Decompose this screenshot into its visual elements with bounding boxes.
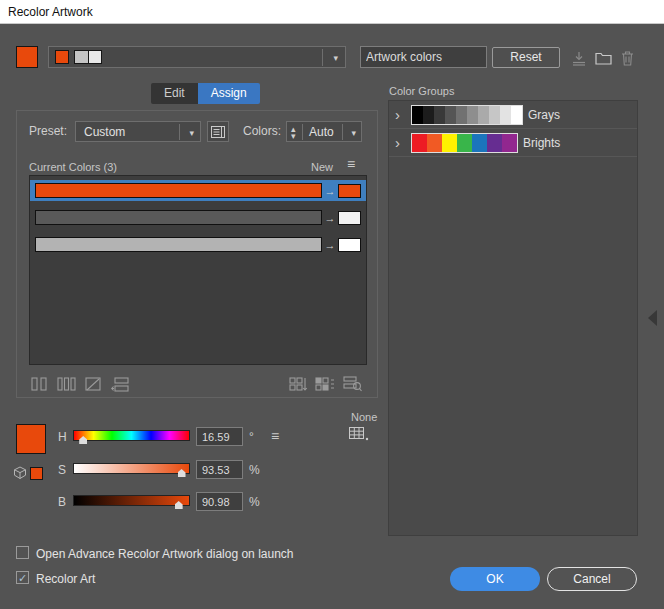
- group-preview-swatch: [88, 50, 102, 64]
- preset-value: Custom: [84, 125, 125, 139]
- recolor-art-checkbox[interactable]: ✓: [16, 571, 29, 584]
- color-group-row-grays[interactable]: › Grays: [389, 101, 637, 129]
- new-color-swatch[interactable]: [338, 184, 361, 198]
- dialog-title: Recolor Artwork: [8, 5, 93, 19]
- none-label: None: [351, 411, 377, 423]
- swatch: [457, 134, 472, 152]
- mode-tabs: Edit Assign: [151, 83, 260, 104]
- group-name: Brights: [523, 136, 560, 150]
- saturation-value-input[interactable]: [196, 460, 243, 479]
- dropdown-divider: [302, 124, 303, 140]
- swatch: [502, 134, 517, 152]
- current-colors-header: Current Colors (3): [29, 161, 117, 173]
- saturation-slider[interactable]: [73, 463, 190, 474]
- expand-chevron-icon[interactable]: ›: [395, 108, 411, 122]
- color-group-row-brights[interactable]: › Brights: [389, 129, 637, 157]
- random-saturation-icon[interactable]: [315, 376, 335, 392]
- open-advance-dialog-checkbox[interactable]: [16, 546, 29, 559]
- dropdown-divider: [342, 124, 343, 140]
- group-preview-swatch: [55, 50, 69, 64]
- swatch: [489, 106, 500, 124]
- group-name: Grays: [528, 108, 560, 122]
- swatch: [427, 134, 442, 152]
- group-name-input[interactable]: [360, 46, 487, 68]
- hue-unit: °: [249, 430, 254, 444]
- arrow-right-icon: →: [322, 239, 338, 251]
- new-column-header: New: [311, 161, 333, 173]
- tab-edit[interactable]: Edit: [151, 83, 198, 104]
- arrow-right-icon: →: [322, 212, 338, 224]
- assign-panel: Preset: Custom ▾ Colors: ▴ ▾ Auto ▾ Curr…: [16, 110, 378, 398]
- panel-collapse-arrow[interactable]: [648, 310, 657, 326]
- preset-label: Preset:: [29, 124, 67, 138]
- colors-count-value: Auto: [309, 125, 334, 139]
- tab-assign[interactable]: Assign: [198, 83, 260, 104]
- swatch: [511, 106, 522, 124]
- selected-color-swatch: [16, 424, 46, 454]
- swatch: [487, 134, 502, 152]
- hue-slider-handle[interactable]: [79, 436, 87, 444]
- saturation-label: S: [58, 463, 66, 477]
- chevron-down-icon: ▾: [351, 129, 356, 138]
- cancel-button[interactable]: Cancel: [547, 567, 637, 591]
- new-color-row-icon[interactable]: [111, 377, 129, 392]
- current-color-bar[interactable]: [35, 210, 322, 225]
- title-bar: Recolor Artwork: [0, 0, 664, 24]
- swatch: [478, 106, 489, 124]
- exclude-colors-icon[interactable]: [85, 377, 101, 391]
- brights-swatch-strip[interactable]: [411, 133, 518, 153]
- find-color-icon[interactable]: [343, 376, 362, 392]
- grays-swatch-strip[interactable]: [411, 105, 523, 125]
- arrow-right-icon: →: [322, 185, 338, 197]
- current-color-bar[interactable]: [35, 183, 322, 198]
- swatch-library-icon[interactable]: [349, 427, 369, 441]
- check-icon: ✓: [18, 572, 27, 584]
- gamut-cube-icon[interactable]: [13, 466, 27, 480]
- color-group-dropdown[interactable]: ▾: [48, 46, 346, 68]
- recolor-artwork-dialog: Recolor Artwork ▾ Reset Edit Assign Pres…: [0, 0, 664, 609]
- brightness-slider[interactable]: [73, 495, 190, 506]
- swatch: [423, 106, 434, 124]
- hue-value-input[interactable]: [196, 427, 243, 446]
- brightness-slider-handle[interactable]: [175, 501, 183, 509]
- assign-menu-icon[interactable]: ≡: [347, 156, 355, 172]
- preset-options-icon[interactable]: [207, 121, 229, 142]
- color-row[interactable]: →: [30, 234, 366, 255]
- colors-count-label: Colors:: [243, 124, 281, 138]
- folder-icon[interactable]: [595, 52, 612, 65]
- chevron-down-icon: ▾: [333, 54, 338, 63]
- save-group-icon[interactable]: [571, 51, 587, 66]
- color-row[interactable]: →: [30, 207, 366, 228]
- ok-button[interactable]: OK: [450, 567, 540, 591]
- new-color-swatch[interactable]: [338, 211, 361, 225]
- hue-label: H: [58, 430, 67, 444]
- hue-slider[interactable]: [73, 430, 190, 441]
- random-order-icon[interactable]: [289, 376, 309, 392]
- trash-icon[interactable]: [621, 51, 634, 66]
- current-color-bar[interactable]: [35, 237, 322, 252]
- swatch: [412, 106, 423, 124]
- step-down-icon[interactable]: ▾: [291, 132, 296, 141]
- reset-button[interactable]: Reset: [492, 47, 560, 68]
- group-preview-swatch: [74, 50, 88, 64]
- colors-count-dropdown[interactable]: ▴ ▾ Auto ▾: [286, 121, 362, 142]
- color-row[interactable]: →: [30, 180, 366, 201]
- saturation-slider-handle[interactable]: [178, 469, 186, 477]
- brightness-value-input[interactable]: [196, 492, 243, 511]
- new-color-swatch[interactable]: [338, 238, 361, 252]
- hsb-menu-icon[interactable]: ≡: [271, 428, 279, 444]
- chevron-down-icon: ▾: [189, 129, 194, 138]
- swatch: [500, 106, 511, 124]
- preset-dropdown[interactable]: Custom ▾: [75, 121, 201, 142]
- expand-chevron-icon[interactable]: ›: [395, 136, 411, 150]
- dropdown-divider: [179, 124, 180, 140]
- swatch: [456, 106, 467, 124]
- current-colors-list: → → →: [29, 175, 367, 365]
- merge-colors-icon[interactable]: [31, 377, 48, 391]
- recolor-art-label: Recolor Art: [36, 572, 95, 586]
- swatch: [434, 106, 445, 124]
- separate-colors-icon[interactable]: [57, 377, 76, 391]
- color-groups-panel: › Grays ›: [388, 100, 638, 536]
- swatch: [445, 106, 456, 124]
- open-advance-dialog-label: Open Advance Recolor Artwork dialog on l…: [36, 547, 294, 561]
